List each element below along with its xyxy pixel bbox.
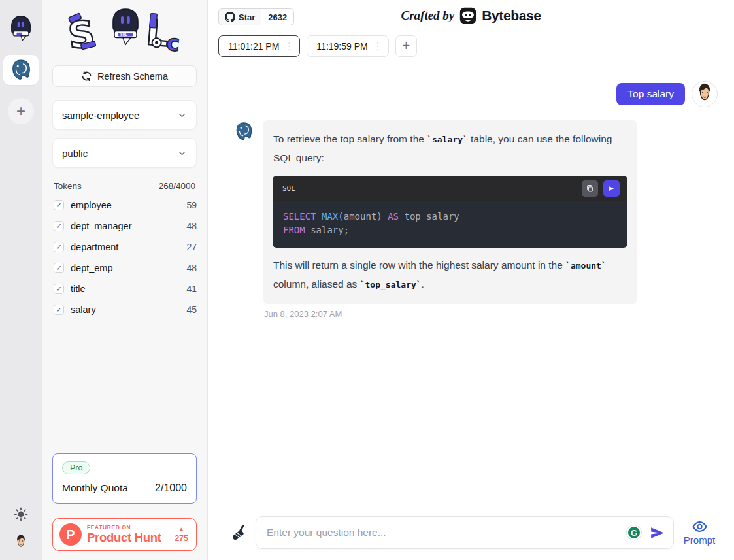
schema-dropdown-value: public — [62, 148, 88, 159]
product-hunt-badge[interactable]: P FEATURED ON Product Hunt ▲ 275 — [52, 518, 197, 551]
assistant-postgres-avatar — [234, 122, 254, 141]
inline-code-salary: `salary` — [427, 135, 468, 144]
upvote-icon: ▲ — [175, 526, 188, 533]
user-avatar — [692, 81, 718, 107]
github-star-label: Star — [239, 12, 255, 22]
conversation-tab-active[interactable]: 11:01:21 PM ⋮ — [218, 35, 300, 57]
tab-menu-icon[interactable]: ⋮ — [373, 41, 383, 52]
table-name: dept_manager — [71, 221, 186, 231]
workspace-rail: + — [0, 0, 42, 560]
table-checkbox[interactable]: ✓ — [54, 200, 64, 210]
question-input[interactable] — [256, 516, 674, 549]
code-language-label: SQL — [282, 184, 295, 193]
send-button[interactable] — [649, 525, 665, 541]
connection-postgres-selected[interactable] — [3, 55, 39, 85]
logo-letter-c: c — [165, 29, 181, 57]
sql-text: top_salary — [404, 211, 459, 222]
table-row: ✓ salary 45 — [52, 299, 197, 320]
bot-head-icon — [8, 15, 33, 42]
table-checkbox[interactable]: ✓ — [54, 263, 64, 273]
top-bar: Star 2632 Crafted by Bytebase — [208, 0, 734, 65]
table-token-count: 45 — [186, 305, 197, 315]
copy-icon — [586, 184, 594, 193]
refresh-schema-label: Refresh Schema — [97, 71, 168, 82]
conversation-tabs: 11:01:21 PM ⋮ 11:19:59 PM ⋮ + — [218, 29, 724, 65]
tab-menu-icon[interactable]: ⋮ — [284, 41, 294, 52]
user-account-avatar[interactable] — [12, 533, 30, 552]
conversation-tab[interactable]: 11:19:59 PM ⋮ — [307, 35, 388, 57]
logo-robot-head: SQL — [113, 9, 138, 45]
table-checkbox[interactable]: ✓ — [54, 221, 64, 231]
assistant-intro-paragraph: To retrieve the top salary from the `sal… — [273, 130, 627, 167]
sql-function: MAX — [322, 211, 338, 222]
quota-label: Monthly Quota — [62, 482, 128, 494]
quota-card: Pro Monthly Quota 2/1000 — [52, 453, 197, 504]
sidebar-spacer — [52, 320, 197, 453]
bytebase-wordmark: Bytebase — [482, 8, 541, 24]
table-checkbox[interactable]: ✓ — [54, 284, 64, 294]
table-row: ✓ dept_emp 48 — [52, 257, 197, 278]
database-dropdown[interactable]: sample-employee — [52, 100, 197, 130]
table-checkbox[interactable]: ✓ — [54, 242, 64, 252]
user-message-row: Top salary — [234, 81, 718, 107]
outro-text: . — [422, 278, 424, 289]
table-name: dept_emp — [71, 263, 186, 273]
schema-sidebar: S SQL L c — [42, 0, 208, 560]
product-hunt-name: Product Hunt — [87, 531, 169, 545]
prompt-label: Prompt — [684, 535, 715, 546]
prompt-button[interactable]: Prompt — [682, 519, 716, 546]
chevron-down-icon — [177, 148, 187, 158]
schema-dropdown[interactable]: public — [52, 138, 197, 168]
table-token-count: 41 — [186, 284, 197, 294]
sql-text: (amount) — [338, 211, 388, 222]
copy-code-button[interactable] — [582, 180, 598, 197]
grammarly-icon[interactable]: G — [627, 525, 641, 540]
upvote-count: 275 — [175, 534, 188, 543]
add-connection-button[interactable]: + — [8, 98, 34, 124]
table-token-count: 59 — [186, 200, 197, 210]
table-checkbox[interactable]: ✓ — [54, 305, 64, 315]
conversation-tab-label: 11:19:59 PM — [316, 41, 367, 52]
table-name: salary — [71, 305, 186, 315]
table-token-count: 48 — [186, 263, 197, 273]
code-content[interactable]: SELECT MAX(amount) AS top_salary FROM sa… — [273, 201, 627, 248]
code-block-header: SQL ▶ — [273, 176, 627, 201]
table-name: department — [71, 242, 186, 252]
outro-text: This will return a single row with the h… — [273, 259, 565, 271]
clear-conversation-broom-icon[interactable] — [231, 524, 247, 541]
table-name: employee — [71, 200, 186, 210]
github-star-button[interactable]: Star 2632 — [218, 8, 294, 25]
user-message-bubble: Top salary — [616, 83, 685, 105]
refresh-icon — [81, 71, 92, 82]
send-icon — [649, 525, 665, 541]
product-hunt-logo: P — [59, 523, 82, 546]
run-query-button[interactable]: ▶ — [603, 180, 620, 197]
product-hunt-tagline: FEATURED ON — [87, 524, 169, 531]
logo-band-label: SQL — [120, 32, 127, 37]
question-input-wrap: G — [256, 516, 674, 549]
chevron-down-icon — [177, 110, 187, 120]
intro-text: To retrieve the top salary from the — [273, 133, 427, 144]
composer: G Prompt — [208, 516, 734, 560]
theme-toggle-sun-icon[interactable] — [13, 506, 29, 522]
assistant-outro-paragraph: This will return a single row with the h… — [273, 256, 627, 293]
database-dropdown-value: sample-employee — [62, 110, 139, 121]
eye-icon — [692, 519, 708, 534]
crafted-by-text: Crafted by — [401, 8, 455, 23]
main-panel: Star 2632 Crafted by Bytebase — [208, 0, 734, 560]
assistant-message-bubble: To retrieve the top salary from the `sal… — [263, 120, 637, 304]
chat-messages: Top salary — [208, 65, 734, 516]
table-row: ✓ employee 59 — [52, 195, 197, 216]
play-icon: ▶ — [609, 185, 614, 191]
tokens-label: Tokens — [54, 181, 82, 191]
sql-code-block: SQL ▶ — [273, 176, 627, 248]
conversation-tab-label: 11:01:21 PM — [228, 41, 279, 52]
table-token-count: 48 — [186, 221, 197, 231]
table-token-count: 27 — [186, 242, 197, 252]
inline-code-top-salary: `top_salary` — [360, 280, 422, 289]
new-conversation-button[interactable]: + — [395, 35, 417, 57]
quota-value: 2/1000 — [155, 482, 187, 494]
refresh-schema-button[interactable]: Refresh Schema — [52, 65, 197, 87]
sqlchat-bot-icon[interactable] — [7, 14, 35, 43]
inline-code-amount: `amount` — [565, 261, 607, 271]
